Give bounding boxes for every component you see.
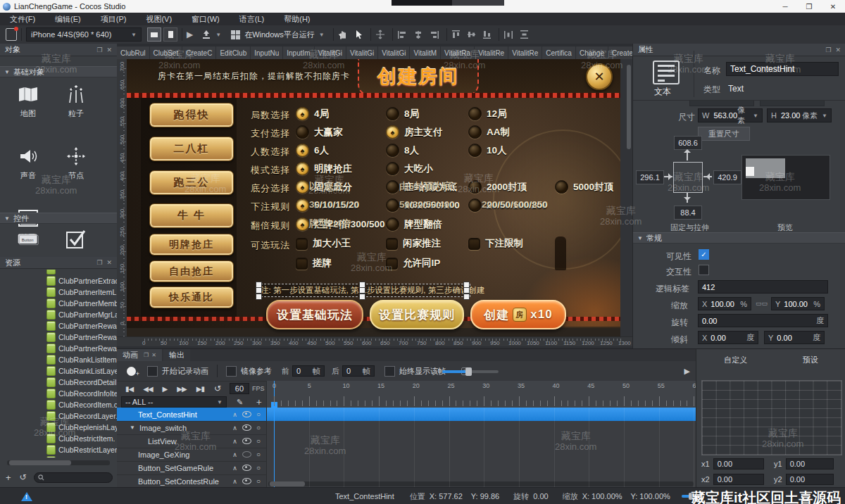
selection-handle[interactable]: [256, 287, 262, 294]
close-panel-icon[interactable]: ✕: [151, 352, 156, 358]
resource-item[interactable]: ClubRoomItemGr: [0, 455, 117, 458]
option-radio[interactable]: 10/20/50/10050/30/50/400: [386, 199, 460, 212]
visibility-eye-icon[interactable]: [242, 411, 251, 417]
menu-item-6[interactable]: 帮助(H): [274, 13, 320, 25]
option-radio[interactable]: ♠房主支付: [386, 125, 442, 139]
option-radio[interactable]: ♠4局: [296, 107, 329, 120]
visibility-eye-icon[interactable]: [242, 438, 251, 444]
collapse-track-icon[interactable]: ∧: [232, 438, 237, 445]
height-input[interactable]: H 23.00 像素 ▼: [767, 108, 832, 122]
scale-y-input[interactable]: Y 100.00 %: [771, 297, 825, 310]
document-tab-0[interactable]: ClubRul: [117, 46, 149, 59]
option-radio[interactable]: 20/50/100/200200/50/600/850: [468, 199, 547, 212]
new-file-icon[interactable]: [6, 27, 17, 42]
menu-item-0[interactable]: 文件(F): [0, 13, 45, 25]
tab-animation[interactable]: 动画 ❐ ✕: [117, 349, 162, 361]
tab-preset-curve[interactable]: 预设: [803, 355, 818, 365]
resource-item[interactable]: ClubReplenishLay: [0, 422, 117, 433]
selection-handle[interactable]: [463, 294, 470, 300]
track-filter-select[interactable]: -- ALL -- ▼: [121, 396, 227, 408]
option-radio[interactable]: 5000封顶: [555, 180, 613, 194]
skew-y-input[interactable]: Y 0.00 度: [764, 331, 825, 344]
align-left-icon[interactable]: [397, 27, 407, 42]
align-top-icon[interactable]: [451, 27, 461, 42]
option-checkbox[interactable]: 闲家推注: [386, 237, 441, 250]
radio-icon[interactable]: [468, 144, 482, 157]
general-section-header[interactable]: ▼常规: [633, 232, 845, 244]
record-icon[interactable]: +: [127, 367, 136, 376]
radio-icon[interactable]: [555, 180, 568, 194]
option-radio[interactable]: ♠明牌抢庄: [296, 162, 352, 175]
edit-animation-icon[interactable]: ✎: [237, 398, 243, 407]
curve-field-input[interactable]: 0.00: [713, 474, 764, 485]
option-radio[interactable]: 8局: [386, 107, 419, 120]
lock-icon[interactable]: ○: [256, 424, 261, 431]
expander-icon[interactable]: ▼: [130, 424, 135, 431]
visibility-eye-icon[interactable]: [242, 478, 251, 484]
menu-item-2[interactable]: 项目(P): [91, 13, 137, 25]
document-tab-1[interactable]: ClubSet: [150, 46, 182, 59]
document-tab-2[interactable]: CreateC: [182, 46, 215, 59]
option-radio[interactable]: ♠5/10/15/2030/10/15/20: [296, 199, 359, 212]
tag-input[interactable]: 412: [698, 280, 828, 294]
portrait-toggle[interactable]: [163, 27, 177, 42]
resource-item[interactable]: ClubRankListItem.: [0, 354, 117, 365]
fps-input[interactable]: 60: [230, 383, 249, 394]
game-type-button-4[interactable]: 明牌抢庄: [149, 234, 234, 256]
name-input[interactable]: Text_ContestHint: [726, 62, 839, 76]
document-tab-9[interactable]: VitalitM: [410, 46, 440, 59]
before-frames-input[interactable]: 0 帧: [292, 365, 325, 377]
loop-icon[interactable]: ↺: [214, 384, 221, 393]
always-show-checkbox[interactable]: [384, 366, 395, 377]
tab-output[interactable]: 输出: [163, 349, 190, 361]
game-type-button-1[interactable]: 二八杠: [149, 137, 234, 161]
anchor-left-value[interactable]: 296.1: [636, 170, 664, 184]
document-tab-3[interactable]: EditClub: [216, 46, 250, 59]
publish-icon[interactable]: [201, 27, 211, 42]
radio-icon[interactable]: [386, 144, 399, 157]
resource-search-input[interactable]: [34, 472, 113, 483]
footer-button-0[interactable]: 设置基础玩法: [266, 300, 363, 329]
checkbox-icon[interactable]: [386, 238, 398, 250]
widget-item-0[interactable]: Button: [7, 229, 49, 249]
resource-item[interactable]: ClubRecordLayer.: [0, 410, 117, 422]
document-tab-5[interactable]: InputIm: [283, 46, 313, 59]
resource-item[interactable]: ClubRestrictItem.: [0, 433, 117, 444]
menu-item-5[interactable]: 语言(L): [230, 13, 274, 25]
add-animation-icon[interactable]: ＋: [254, 396, 263, 408]
selection-handle[interactable]: [359, 287, 365, 294]
dialog-close-button[interactable]: ✕: [586, 63, 613, 90]
resource-item[interactable]: ClubPartnerRewa: [0, 320, 117, 332]
timeline-track-Button_SetGameRule[interactable]: Button_SetGameRule∧○: [117, 461, 266, 475]
radio-icon[interactable]: [386, 180, 399, 194]
run-target-select[interactable]: 在Windows平台运行: [244, 30, 315, 40]
option-checkbox[interactable]: 允许同IP: [386, 257, 440, 270]
checkbox-icon[interactable]: [386, 258, 398, 270]
object-item-particle[interactable]: 粒子: [55, 84, 97, 119]
game-type-button-6[interactable]: 快乐通比: [149, 286, 234, 308]
resource-item[interactable]: ClubPartnerRewa: [0, 343, 117, 354]
document-tab-10[interactable]: VitalitRa: [441, 46, 474, 59]
lock-icon[interactable]: ○: [256, 437, 261, 445]
radio-selected-icon[interactable]: ♠: [296, 144, 309, 157]
resources-hscrollbar[interactable]: [7, 460, 110, 465]
align-bottom-icon[interactable]: [482, 27, 492, 42]
publish-dropdown-icon[interactable]: ▼: [215, 32, 221, 38]
option-checkbox[interactable]: 加大小王: [296, 237, 351, 250]
chevron-down-icon[interactable]: ▼: [753, 113, 758, 119]
resource-item[interactable]: ClubRestrictLayer.: [0, 444, 117, 455]
width-input[interactable]: W 563.00 像素 ▼: [698, 108, 763, 122]
resource-item[interactable]: ClubRecordInfoIte: [0, 388, 117, 399]
interactive-checkbox[interactable]: [699, 265, 709, 275]
option-radio[interactable]: 8人: [386, 144, 419, 157]
tab-custom-curve[interactable]: 自定义: [724, 355, 747, 365]
collapse-track-icon[interactable]: ∧: [232, 465, 237, 472]
option-radio[interactable]: ♠烂牌2倍/300/500牌型2/4倍: [296, 218, 385, 231]
object-item-audio[interactable]: 声音: [7, 146, 49, 181]
radio-selected-icon[interactable]: ♠: [296, 180, 309, 194]
collapse-track-icon[interactable]: ∧: [232, 478, 237, 485]
radio-selected-icon[interactable]: ♠: [386, 125, 399, 139]
menu-item-1[interactable]: 编辑(E): [45, 13, 91, 25]
option-radio[interactable]: AA制: [468, 125, 510, 139]
device-select[interactable]: iPhone 4/4S(960 * 640) ▼: [26, 27, 142, 42]
